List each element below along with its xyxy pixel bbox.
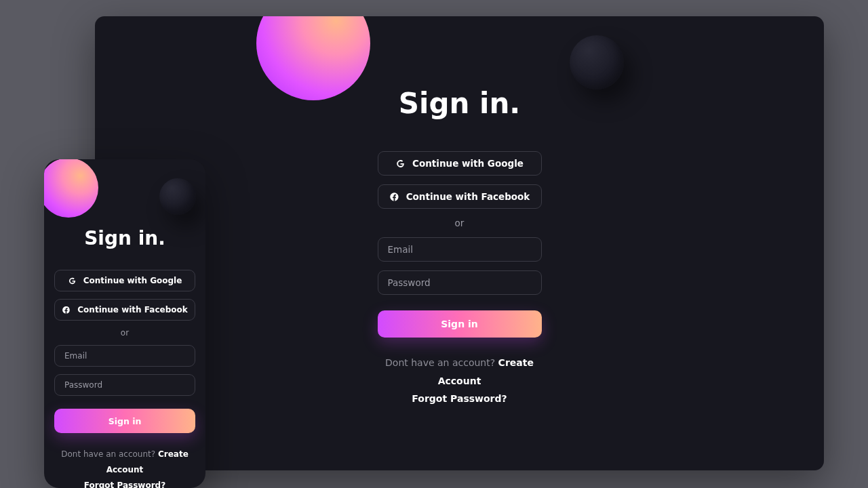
bottom-links: Dont have an account? Create Account For… <box>378 354 542 408</box>
signin-button[interactable]: Sign in <box>378 310 542 338</box>
facebook-icon <box>62 306 71 314</box>
continue-facebook-button[interactable]: Continue with Facebook <box>54 299 195 321</box>
signin-panel-mobile: Sign in. Continue with Google Continue w… <box>44 159 205 488</box>
facebook-button-label: Continue with Facebook <box>77 305 187 314</box>
page-title: Sign in. <box>84 227 165 249</box>
google-icon <box>68 277 77 285</box>
continue-google-button[interactable]: Continue with Google <box>378 151 542 176</box>
forgot-password-link[interactable]: Forgot Password? <box>84 481 165 488</box>
password-field[interactable]: Password <box>54 374 195 396</box>
email-field[interactable]: Email <box>378 237 542 262</box>
continue-facebook-button[interactable]: Continue with Facebook <box>378 184 542 209</box>
signin-form: Sign in. Continue with Google Continue w… <box>378 87 542 408</box>
signin-form: Sign in. Continue with Google Continue w… <box>54 227 195 488</box>
no-account-text: Dont have an account? <box>61 449 158 459</box>
continue-google-button[interactable]: Continue with Google <box>54 270 195 291</box>
decorative-orb-pink <box>44 159 98 218</box>
facebook-button-label: Continue with Facebook <box>406 191 530 202</box>
signin-button[interactable]: Sign in <box>54 409 195 433</box>
forgot-password-link[interactable]: Forgot Password? <box>412 393 507 404</box>
password-field[interactable]: Password <box>378 270 542 295</box>
google-button-label: Continue with Google <box>83 276 182 285</box>
page-title: Sign in. <box>399 87 520 120</box>
bottom-links: Dont have an account? Create Account For… <box>54 447 195 488</box>
divider-or: or <box>121 328 129 338</box>
decorative-orb-pink <box>256 16 370 100</box>
google-button-label: Continue with Google <box>412 158 524 169</box>
decorative-orb-dark <box>159 178 196 215</box>
divider-or: or <box>455 218 465 228</box>
no-account-text: Dont have an account? <box>385 357 498 368</box>
email-field[interactable]: Email <box>54 345 195 367</box>
facebook-icon <box>389 192 399 202</box>
decorative-orb-dark <box>570 35 624 89</box>
google-icon <box>395 159 406 169</box>
